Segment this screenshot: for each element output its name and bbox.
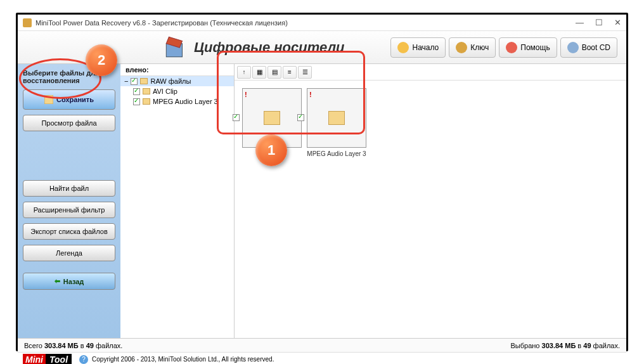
toolbar-view3-icon[interactable]: ≡ bbox=[283, 66, 297, 79]
tree-checkbox[interactable] bbox=[133, 98, 140, 105]
start-label: Начало bbox=[412, 43, 439, 52]
thumb-mpeg[interactable]: ! MPEG Audio Layer 3 bbox=[307, 88, 366, 157]
thumb-label: MPEG Audio Layer 3 bbox=[307, 150, 366, 157]
tree-panel: влено: − RAW файлы AVI Clip MPEG Audio L… bbox=[120, 64, 235, 338]
folder-icon bbox=[143, 98, 150, 105]
tree-item-mpeg[interactable]: MPEG Audio Layer 3 bbox=[120, 96, 234, 107]
status-bar: Всего 303.84 МБ в 49 файлах. Выбрано 303… bbox=[18, 338, 626, 352]
app-icon bbox=[23, 18, 32, 27]
warning-icon: ! bbox=[309, 91, 312, 98]
tree-checkbox[interactable] bbox=[131, 78, 138, 85]
maximize-button[interactable]: ☐ bbox=[595, 18, 603, 27]
callout-1: 1 bbox=[255, 134, 287, 166]
toolbar-view4-icon[interactable]: ☰ bbox=[298, 66, 312, 79]
preview-button[interactable]: Просмотр файла bbox=[23, 115, 115, 131]
footer: MiniTool ? Copyright 2006 - 2013, MiniTo… bbox=[18, 352, 626, 364]
find-label: Найти файл bbox=[49, 185, 89, 192]
folder-icon bbox=[143, 88, 150, 94]
status-size: 303.84 МБ bbox=[44, 342, 79, 349]
save-icon bbox=[44, 95, 53, 104]
start-button[interactable]: Начало bbox=[390, 37, 446, 58]
tree-item-raw[interactable]: − RAW файлы bbox=[120, 76, 234, 86]
save-label: Сохранить bbox=[56, 96, 94, 103]
toolbar-view1-icon[interactable]: ▦ bbox=[252, 66, 266, 79]
key-label: Ключ bbox=[470, 43, 489, 52]
close-button[interactable]: ✕ bbox=[614, 18, 621, 27]
content-panel: ↑ ▦ ▤ ≡ ☰ ! AVI Clip bbox=[235, 64, 626, 338]
header-logo-icon bbox=[162, 34, 189, 61]
tree-checkbox[interactable] bbox=[133, 88, 140, 95]
save-button[interactable]: Сохранить bbox=[23, 89, 115, 110]
preview-label: Просмотр файла bbox=[41, 119, 96, 127]
status-count: 49 bbox=[583, 342, 591, 349]
folder-icon bbox=[328, 111, 345, 125]
find-button[interactable]: Найти файл bbox=[23, 180, 115, 197]
legend-label: Легенда bbox=[56, 249, 82, 257]
help-button[interactable]: Помощь bbox=[499, 37, 557, 58]
bootcd-label: Boot CD bbox=[582, 43, 610, 52]
bootcd-button[interactable]: Boot CD bbox=[560, 37, 617, 58]
thumb-checkbox[interactable] bbox=[297, 114, 304, 121]
status-text: Всего bbox=[24, 342, 44, 349]
sidebar: Выберите файлы для восстановления Сохран… bbox=[18, 64, 120, 338]
window-title: MiniTool Power Data Recovery v6.8 - Заре… bbox=[35, 19, 288, 27]
status-text: файлах. bbox=[591, 342, 620, 349]
thumb-checkbox[interactable] bbox=[233, 114, 240, 121]
svg-rect-2 bbox=[44, 95, 53, 104]
status-text: в bbox=[79, 342, 86, 349]
help-label: Помощь bbox=[520, 43, 550, 52]
tree-label: AVI Clip bbox=[153, 88, 177, 95]
status-size: 303.84 МБ bbox=[542, 342, 576, 349]
status-text: Выбрано bbox=[511, 342, 542, 349]
export-label: Экспорт списка файлов bbox=[30, 228, 108, 235]
tree-label: MPEG Audio Layer 3 bbox=[153, 98, 218, 105]
back-button[interactable]: ⬅ Назад bbox=[23, 273, 115, 290]
header-title: Цифровые носители bbox=[194, 39, 345, 56]
status-count: 49 bbox=[86, 342, 94, 349]
footer-logo: MiniTool bbox=[23, 354, 72, 365]
tree-item-avi[interactable]: AVI Clip bbox=[120, 86, 234, 96]
titlebar: MiniTool Power Data Recovery v6.8 - Заре… bbox=[18, 15, 626, 31]
logo-tool: Tool bbox=[46, 354, 72, 365]
copyright-text: Copyright 2006 - 2013, MiniTool Solution… bbox=[92, 356, 274, 363]
toolbar-up-icon[interactable]: ↑ bbox=[237, 66, 251, 79]
callout-2: 2 bbox=[86, 44, 117, 76]
toolbar-view2-icon[interactable]: ▤ bbox=[267, 66, 281, 79]
folder-icon bbox=[140, 78, 148, 84]
tree-label: RAW файлы bbox=[150, 77, 191, 85]
status-text: в bbox=[576, 342, 583, 349]
key-button[interactable]: Ключ bbox=[449, 37, 496, 58]
back-label: Назад bbox=[63, 278, 84, 285]
status-text: файлах. bbox=[94, 342, 122, 349]
minimize-button[interactable]: — bbox=[576, 18, 584, 27]
window-controls: — ☐ ✕ bbox=[576, 18, 621, 27]
logo-mini: Mini bbox=[23, 354, 46, 365]
folder-icon bbox=[264, 111, 280, 125]
info-icon[interactable]: ? bbox=[79, 355, 88, 364]
arrow-left-icon: ⬅ bbox=[55, 277, 60, 285]
expand-icon[interactable]: − bbox=[124, 77, 128, 85]
advfilter-button[interactable]: Расширенный фильтр bbox=[23, 202, 115, 218]
legend-button[interactable]: Легенда bbox=[23, 245, 115, 261]
warning-icon: ! bbox=[245, 91, 247, 98]
advfilter-label: Расширенный фильтр bbox=[34, 206, 105, 214]
export-button[interactable]: Экспорт списка файлов bbox=[23, 223, 115, 240]
content-toolbar: ↑ ▦ ▤ ≡ ☰ bbox=[235, 64, 626, 81]
tree-header: влено: bbox=[120, 64, 234, 76]
